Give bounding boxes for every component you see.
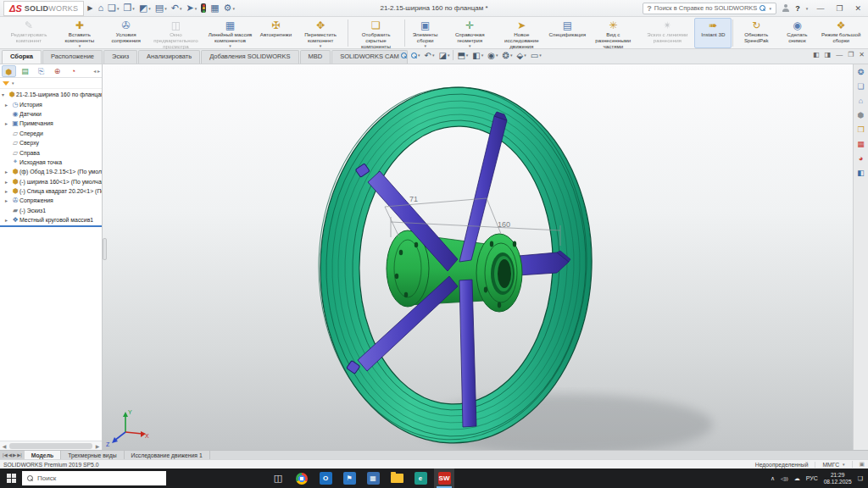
tree-horizontal-scrollbar[interactable]: ◀ ▶: [0, 441, 102, 450]
qat-select-icon[interactable]: ➤▾: [184, 3, 198, 14]
dropdown-icon[interactable]: ▾: [510, 53, 513, 58]
view-settings-icon[interactable]: ▭▾: [530, 51, 542, 60]
solidworks-resources-icon[interactable]: ❂: [855, 67, 867, 78]
hide-show-items-icon[interactable]: ◉▾: [487, 51, 498, 60]
dimension-160-label[interactable]: 160: [498, 220, 510, 229]
dropdown-icon[interactable]: ▾: [432, 53, 435, 58]
expand-arrow-icon[interactable]: ▸: [5, 120, 11, 126]
doc-minimize-icon[interactable]: —: [836, 51, 843, 58]
propertymanager-tab[interactable]: ▤: [18, 65, 32, 77]
units-dropdown-icon[interactable]: ▾: [843, 462, 845, 467]
model-tab-nav-icon[interactable]: ◀: [8, 452, 12, 458]
dropdown-icon[interactable]: ▾: [469, 44, 471, 47]
dropdown-icon[interactable]: ▾: [79, 44, 81, 47]
notification-center-icon[interactable]: ❏: [858, 475, 863, 482]
cloud-icon[interactable]: ☁: [794, 475, 800, 482]
task-view-icon[interactable]: ◫: [268, 469, 288, 488]
configurationmanager-tab[interactable]: ⎘: [34, 65, 48, 77]
qat-open-icon[interactable]: ❒▾: [121, 3, 136, 14]
volume-icon[interactable]: ◁)): [781, 475, 788, 481]
zoom-area-icon[interactable]: ▾: [410, 53, 421, 58]
tree-item[interactable]: ▸◷История: [0, 99, 102, 108]
graphics-viewport[interactable]: 71 160 Y X Z: [103, 64, 853, 450]
tree-item[interactable]: ▸⬢(ф) Обод 19-2.15<1> (По умолча: [0, 167, 102, 176]
tab-сборка[interactable]: Сборка: [2, 50, 42, 64]
search-icon[interactable]: [760, 5, 765, 11]
filter-dropdown-icon[interactable]: ▾: [12, 80, 14, 86]
dropdown-icon[interactable]: ▾: [164, 6, 167, 11]
dropdown-icon[interactable]: ▾: [132, 6, 135, 11]
toolbar-flyout-icon[interactable]: ▶: [87, 4, 92, 12]
model-tab-nav-icon[interactable]: ▶: [13, 452, 16, 458]
solidworks-icon[interactable]: SW: [434, 469, 454, 488]
filter-funnel-icon[interactable]: [3, 81, 9, 86]
ribbon-exploded-view-button[interactable]: ✳Вид с разнесенными частями: [586, 18, 640, 48]
file-explorer-icon[interactable]: ❒: [855, 125, 867, 136]
dropdown-icon[interactable]: ▾: [448, 53, 450, 58]
tree-item[interactable]: ⌖Исходная точка: [0, 158, 102, 167]
qat-new-document-icon[interactable]: ❏▾: [106, 3, 120, 14]
tree-item[interactable]: ▱Спереди: [0, 129, 102, 138]
model-tab-nav-icon[interactable]: ▶|: [17, 452, 22, 458]
taskbar-search-box[interactable]: Поиск: [22, 471, 166, 485]
tab-анализировать[interactable]: Анализировать: [138, 50, 200, 64]
tree-item[interactable]: ▱Справа: [0, 147, 102, 157]
edit-appearance-icon[interactable]: ❂▾: [502, 51, 514, 60]
help-search-box[interactable]: ? Поиск в Справке по SOLIDWORKS ▾: [643, 3, 776, 14]
dropdown-icon[interactable]: ▾: [539, 53, 542, 58]
qat-print-icon[interactable]: ▤▾: [153, 3, 169, 14]
view-orientation-icon[interactable]: ⬒▾: [456, 51, 469, 60]
calculator-icon[interactable]: ▦: [363, 469, 383, 488]
expand-arrow-icon[interactable]: ▸: [5, 197, 11, 203]
ribbon-large-assembly-mode-button[interactable]: ❖Режим большой сборки: [815, 18, 866, 48]
view-palette-icon[interactable]: ▦: [855, 139, 867, 150]
model-tab-3[interactable]: Исследование движения 1: [125, 451, 210, 459]
dimension-71-label[interactable]: 71: [409, 195, 418, 203]
scroll-thumb[interactable]: [9, 443, 92, 449]
edge-icon[interactable]: e: [410, 469, 431, 488]
help-dropdown-icon[interactable]: ▾: [806, 6, 809, 11]
panel-tab-chevrons-icon[interactable]: ◂ ▸: [93, 68, 100, 74]
user-account-icon[interactable]: [782, 4, 790, 13]
tree-item[interactable]: ▸⬢(-) Спица квадрат 20.20<1> (По у: [0, 186, 102, 196]
model-tab-nav-icon[interactable]: |◀: [3, 452, 8, 458]
qat-undo-icon[interactable]: ↶▾: [170, 3, 184, 14]
status-units[interactable]: ММГС▾: [815, 462, 844, 468]
doc-close-icon[interactable]: ✕: [859, 51, 865, 58]
help-button[interactable]: ?: [795, 4, 800, 13]
qat-home-icon[interactable]: ⌂: [96, 3, 105, 14]
minimize-button[interactable]: —: [813, 4, 827, 13]
ribbon-show-hidden-components-button[interactable]: ❏Отобразить скрытые компоненты: [349, 18, 403, 48]
dropdown-icon[interactable]: ▾: [320, 44, 322, 47]
dropdown-icon[interactable]: ▾: [418, 53, 420, 58]
tree-root-item[interactable]: ▾⬢21-2.15-ширина 160 по фланцам (П: [0, 90, 102, 99]
pane-toggle-left-icon[interactable]: ◧: [813, 51, 820, 58]
language-indicator[interactable]: РУС: [806, 475, 818, 481]
ribbon-bill-of-materials-button[interactable]: ▤Спецификация: [548, 18, 586, 48]
dimxpertmanager-tab[interactable]: ⊕: [50, 65, 64, 77]
scroll-right-icon[interactable]: ▶: [93, 443, 102, 449]
custom-properties-icon[interactable]: ◧: [855, 168, 867, 179]
design-library-icon[interactable]: ❏: [855, 81, 867, 92]
close-button[interactable]: ✕: [851, 4, 865, 13]
tree-item[interactable]: ▸✇Сопряжения: [0, 196, 102, 205]
model-tab-1[interactable]: Модель: [25, 451, 61, 459]
previous-view-icon[interactable]: ↶▾: [424, 51, 436, 60]
tab-добавления-solidworks[interactable]: Добавления SOLIDWORKS: [201, 50, 298, 64]
taskbar-clock[interactable]: 21:29 08.12.2025: [824, 472, 852, 485]
tree-item[interactable]: ▰(-) Эскиз1: [0, 206, 102, 215]
status-tag-icon[interactable]: ▣: [852, 461, 865, 468]
displaymanager-tab[interactable]: ◔: [66, 65, 81, 77]
restore-button[interactable]: ❐: [832, 4, 846, 13]
ribbon-smart-fasteners-button[interactable]: ✠Автокрепежи: [257, 18, 294, 48]
tree-item[interactable]: ▸❖Местный круговой массив1: [0, 215, 102, 225]
section-view-icon[interactable]: ◪▾: [437, 51, 450, 60]
qat-file-properties-icon[interactable]: ▦: [209, 3, 220, 14]
tab-расположение[interactable]: Расположение: [42, 50, 103, 64]
dropdown-icon[interactable]: ▾: [496, 53, 498, 58]
scroll-left-icon[interactable]: ◀: [0, 443, 8, 449]
ribbon-instant-3d-button[interactable]: ➠Instant 3D: [694, 18, 732, 48]
toolbox-icon[interactable]: ⬢: [855, 110, 867, 121]
tree-item[interactable]: ◉Датчики: [0, 109, 102, 119]
dropdown-icon[interactable]: ▾: [180, 6, 182, 11]
